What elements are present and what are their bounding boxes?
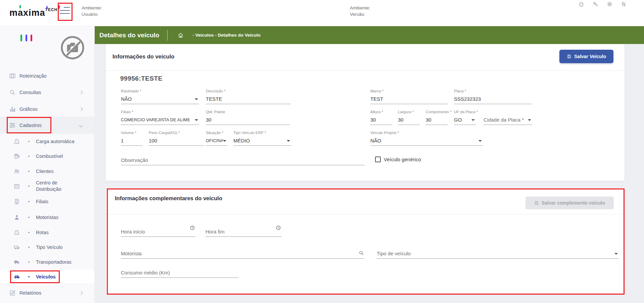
save-icon [567, 54, 571, 59]
descricao-input[interactable]: Descrição * TESTE [206, 89, 291, 104]
clock-icon[interactable] [190, 225, 195, 230]
logo-accent-blue [46, 6, 48, 9]
uf-placa-select[interactable]: UF da Placa * GO [454, 110, 476, 125]
hora-inicio-input[interactable]: Hora início [121, 222, 195, 237]
checkbox-icon [375, 157, 381, 162]
sidebar-item-filiais[interactable]: Filiais [0, 196, 94, 207]
no-photo-avatar-icon [59, 35, 86, 61]
sidebar-item-rotas[interactable]: Rotas [0, 227, 94, 238]
sidebar-item-tipo-veiculo[interactable]: Tipo Veículo [0, 242, 94, 253]
ambiente-label-2: Ambiente: [350, 5, 370, 11]
sidebar-item-veiculos[interactable]: Veículos [0, 271, 94, 283]
search-icon[interactable] [359, 250, 364, 256]
truck-outline-icon [13, 244, 20, 251]
situacao-select[interactable]: Situação * OFICINA [206, 131, 227, 146]
tipo-de-veiculo-select[interactable]: Tipo de veículo [377, 244, 619, 259]
gear-icon[interactable] [607, 1, 612, 7]
observacao-input[interactable]: Observação [121, 150, 365, 165]
road-icon [13, 138, 20, 145]
tipo-veiculo-erp-select[interactable]: Tipo Veículo ERP * MÉDIO [233, 131, 291, 146]
filiais-select[interactable]: Filiais * COMERCIO VAREJISTA DE ALIMENTO… [121, 110, 199, 125]
comprimento-input[interactable]: Comprimento * 30 [426, 110, 448, 125]
page-header: Detalhes do veículo - Veículos - Detalhe… [95, 26, 644, 44]
header-divider [167, 30, 168, 41]
sidebar-item-carga-automatica[interactable]: Carga automática [0, 136, 94, 147]
divider [106, 214, 625, 214]
clock-icon[interactable] [276, 225, 281, 230]
sidebar-item-roteirizacao[interactable]: Roteirização [0, 70, 94, 82]
caret-down-icon [195, 119, 198, 121]
ambiente-label: Ambiente: [82, 5, 102, 11]
nfe-icon[interactable] [621, 1, 627, 7]
brand-logo[interactable]: maximaTECH [9, 7, 57, 18]
sidebar-item-consultas[interactable]: Consultas [0, 87, 94, 98]
sidebar: Roteirização Consultas Gráficos Cadastro… [0, 26, 95, 303]
topbar: maximaTECH Ambiente: Usuário: Ambiente: … [0, 0, 644, 26]
report-icon [9, 290, 16, 296]
consumo-medio-input[interactable]: Consumo médio (Km) [121, 263, 238, 278]
vehicle-info-title: Informações do veículo [112, 53, 174, 60]
peso-carga-input[interactable]: Peso Carga(KG) * 100 [149, 131, 204, 146]
logo-accent-green [19, 5, 21, 8]
truck-filled-icon [13, 259, 20, 265]
road-icon [13, 229, 20, 236]
collapsed-logo-icon [20, 35, 32, 41]
sliders-icon [9, 122, 16, 129]
veiculo-generico-checkbox[interactable]: Veículo genérico [375, 157, 421, 162]
altura-input[interactable]: Altura * 30 [370, 110, 392, 125]
brand-name: maxima [9, 8, 45, 18]
building-wide-icon [13, 183, 20, 189]
rastreado-select[interactable]: Rastreado * NÃO [121, 89, 199, 104]
salvar-veiculo-button[interactable]: Salvar Veículo [559, 50, 613, 63]
menu-toggle-icon[interactable] [60, 7, 70, 16]
bar-chart-icon [9, 106, 16, 113]
sidebar-item-transportadoras[interactable]: Transportadoras [0, 256, 94, 268]
key-icon[interactable] [593, 1, 598, 7]
people-icon [13, 168, 20, 175]
home-icon[interactable] [579, 1, 584, 7]
marca-input[interactable]: Marca * TEST [370, 89, 448, 104]
person-icon [13, 214, 20, 221]
largura-input[interactable]: Largura * 30 [398, 110, 420, 125]
sidebar-item-clientes[interactable]: Clientes [0, 166, 94, 177]
divider [106, 71, 625, 71]
breadcrumb: - Veículos - Detalhes do Veículo [192, 33, 261, 38]
volume-input[interactable]: Volume * 1 [121, 131, 143, 146]
page-title: Detalhes do veículo [99, 32, 159, 39]
caret-down-icon [195, 98, 198, 100]
qtd-palete-input[interactable]: Qtd. Palete 30 [206, 110, 290, 125]
vehicle-info-card: Informações do veículo Salvar Veículo 99… [106, 44, 625, 181]
car-icon [13, 273, 20, 280]
cidade-placa-select[interactable]: Cidade da Placa * [484, 110, 532, 125]
save-icon [534, 201, 539, 205]
caret-down-icon [528, 119, 531, 121]
chevron-down-icon [79, 123, 83, 127]
sidebar-item-cadastros[interactable]: Cadastros [0, 120, 94, 131]
sidebar-item-motoristas[interactable]: Motoristas [0, 212, 94, 223]
vehicle-code: 99956:TESTE [120, 75, 163, 82]
topbar-icons [579, 1, 627, 7]
sidebar-item-relatorios[interactable]: Relatórios [0, 287, 94, 299]
map-icon [9, 73, 16, 79]
environment-info-right: Ambiente: Versão: [350, 5, 370, 17]
veiculo-proprio-select[interactable]: Veículo Proprio * NÃO [370, 131, 483, 146]
usuario-label: Usuário: [82, 11, 102, 17]
main-content: Detalhes do veículo - Veículos - Detalhe… [95, 26, 644, 303]
caret-down-icon [471, 119, 475, 121]
sidebar-item-combustivel[interactable]: Combustível [0, 150, 94, 162]
hora-fim-input[interactable]: Hora fim [205, 222, 281, 237]
chevron-right-icon [79, 90, 83, 94]
motorista-search-input[interactable]: Motorista [121, 244, 364, 259]
fuel-pump-icon [13, 153, 20, 160]
complementary-info-card: Informações complementares do veículo Sa… [106, 189, 625, 294]
environment-info-left: Ambiente: Usuário: [82, 5, 102, 17]
placa-input[interactable]: Placa * SSS232323 [454, 89, 532, 104]
sidebar-item-graficos[interactable]: Gráficos [0, 103, 94, 115]
screen: maximaTECH Ambiente: Usuário: Ambiente: … [0, 0, 644, 303]
versao-label: Versão: [350, 11, 370, 17]
chevron-right-icon [79, 107, 83, 111]
sidebar-item-centro-distribuicao[interactable]: Centro de Distribuição [0, 178, 94, 194]
salvar-complemento-button[interactable]: Salvar complemento veículo [525, 197, 614, 209]
caret-down-icon [223, 140, 226, 142]
breadcrumb-home-icon[interactable] [178, 32, 184, 38]
